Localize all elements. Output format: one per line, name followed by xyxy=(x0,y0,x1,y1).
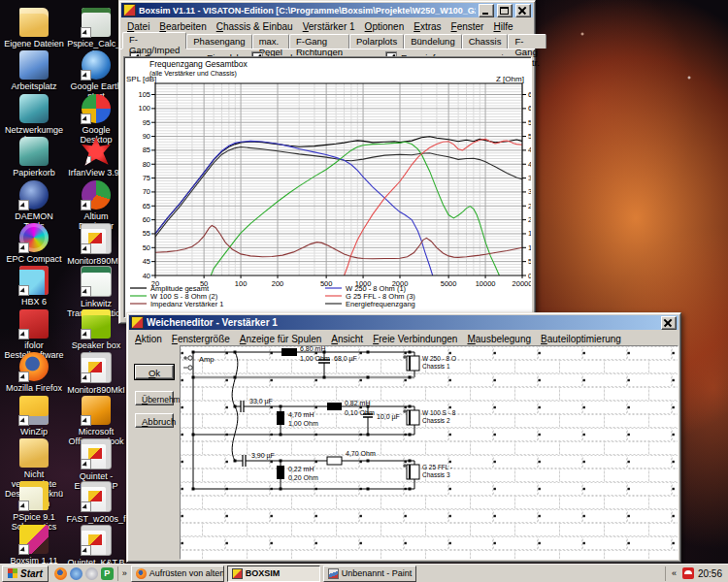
editor-menu-item-anzeige-für-spulen[interactable]: Anzeige für Spulen xyxy=(235,333,327,345)
menu-item-hilfe[interactable]: Hilfe xyxy=(488,20,517,33)
firefox-quicklaunch-icon[interactable] xyxy=(54,567,67,580)
component-value: 68,0 µF xyxy=(334,355,357,363)
desktop-icon-arbeitsplatz[interactable]: Arbeitsplatz xyxy=(4,50,64,91)
editor-menu-item-freie-verbindungen[interactable]: Freie Verbindungen xyxy=(368,333,462,345)
x-tick: 20000 xyxy=(513,279,531,288)
editor-menu-item-bauteiloptimierung[interactable]: Bauteiloptimierung xyxy=(536,333,626,345)
taskbar-button-unbenannt-paint[interactable]: Unbenannt - Paint xyxy=(323,566,416,582)
tab-f-gang-elektr-[interactable]: F-Gang elektr. xyxy=(508,34,546,48)
y-right-tick: 10 xyxy=(528,243,531,252)
resistor-4.70ohm[interactable] xyxy=(327,457,342,465)
desktop-icon-eigene-dateien[interactable]: Eigene Dateien xyxy=(4,8,64,48)
chart-panel: Frequenzgang Gesamtbox (alle Verstärker … xyxy=(123,56,532,318)
menu-item-chassis-einbau[interactable]: Chassis & Einbau xyxy=(212,20,298,33)
y-left-tick: 65 xyxy=(143,202,150,210)
menu-item-datei[interactable]: Datei xyxy=(122,20,154,33)
y-left-tick: 75 xyxy=(143,174,150,182)
desktop-icon-label: WinZip xyxy=(4,427,64,436)
desktop-icon-winzip[interactable]: WinZip xyxy=(4,396,64,436)
editor-menu-item-mausbelegung[interactable]: Mausbelegung xyxy=(462,333,536,345)
desktop-icon-mozilla-firefox[interactable]: Mozilla Firefox xyxy=(4,352,64,393)
weicheneditor-window: Weicheneditor - Verstärker 1 AktionFenst… xyxy=(126,312,681,563)
menu-item-fenster[interactable]: Fenster xyxy=(447,20,489,33)
chart-title: Frequenzgang Gesamtbox xyxy=(149,59,248,69)
boxsim-menubar: DateiBearbeitenChassis & EinbauVerstärke… xyxy=(119,19,535,33)
right-axis-label: Z [Ohm] xyxy=(496,75,524,83)
tab-polarplots[interactable]: Polarplots xyxy=(349,34,404,48)
excel-icon xyxy=(81,266,112,297)
amp-label: Amp xyxy=(199,355,214,364)
shortcut-arrow-icon xyxy=(81,459,91,469)
menu-item-bearbeiten[interactable]: Bearbeiten xyxy=(154,20,211,33)
media-quicklaunch-icon[interactable] xyxy=(85,567,98,580)
y-left-tick: 80 xyxy=(143,160,150,169)
shortcut-arrow-icon xyxy=(18,242,29,253)
schematic-canvas[interactable]: Amp 6,80 mH 1,00 Ohm 68,0 µF W xyxy=(180,345,678,560)
pspice-icon xyxy=(19,481,49,510)
editor-close-button[interactable] xyxy=(661,316,677,330)
editor-menu-item-ansicht[interactable]: Ansicht xyxy=(326,333,368,345)
close-button[interactable] xyxy=(515,4,531,17)
plot-frame xyxy=(155,83,522,275)
inductor-6.80mH[interactable] xyxy=(281,348,297,356)
taskbar-button-aufrüsten-von-alten-laut-[interactable]: Aufrüsten von alten Laut... xyxy=(131,566,224,582)
tab-chassis[interactable]: Chassis xyxy=(462,34,509,48)
desktop-icon-epc-compact[interactable]: EPC Compact xyxy=(4,223,64,264)
ok-button[interactable]: Ok xyxy=(135,365,174,379)
editor-titlebar[interactable]: Weicheneditor - Verstärker 1 xyxy=(129,315,678,330)
editor-menu-item-aktion[interactable]: Aktion xyxy=(130,333,167,345)
y-right-tick: 35 xyxy=(528,174,531,182)
minimize-button[interactable] xyxy=(479,4,494,17)
tray-chevron-icon[interactable]: « xyxy=(670,568,678,578)
y-right-tick: 20 xyxy=(528,215,531,224)
ifolor-icon xyxy=(19,309,49,339)
taskbar-button-boxsim[interactable]: BOXSIM xyxy=(227,566,320,582)
desktop-icon-papierkorb[interactable]: Papierkorb xyxy=(4,137,64,178)
tab-bündelung[interactable]: Bündelung xyxy=(404,34,461,48)
inductor-0.82mH[interactable] xyxy=(327,403,342,410)
quick-launch-chevron-icon[interactable]: » xyxy=(120,568,129,578)
desktop-icon-label: Arbeitsplatz xyxy=(4,81,64,91)
shortcut-arrow-icon xyxy=(81,200,91,210)
inductor-4.70mH[interactable] xyxy=(277,411,284,425)
cd-icon xyxy=(19,223,49,252)
tab-max-pegel[interactable]: max. Pegel xyxy=(252,34,289,48)
editor-menu-item-fenstergröße[interactable]: Fenstergröße xyxy=(167,333,235,345)
computer-icon xyxy=(19,50,49,80)
component-value: 0,82 mH xyxy=(345,400,370,406)
program-quicklaunch-icon[interactable]: P xyxy=(101,567,114,580)
start-button[interactable]: Start xyxy=(2,566,49,582)
boxsim-titlebar[interactable]: Boxsim V1.11 - VISATON-Edition [C:\Progr… xyxy=(121,3,533,17)
y-right-tick: 30 xyxy=(528,187,531,196)
app-icon xyxy=(82,8,111,37)
tab-f-gang-richtungen[interactable]: F-Gang Richtungen xyxy=(289,34,349,48)
shortcut-arrow-icon xyxy=(81,329,91,340)
irfan-icon xyxy=(82,137,111,166)
menu-item-verstärker-1[interactable]: Verstärker 1 xyxy=(298,20,360,33)
speaker-label: Chassis 2 xyxy=(422,417,450,424)
antivirus-tray-icon[interactable] xyxy=(682,567,694,579)
desktop-icon-label: EPC Compact xyxy=(4,254,64,264)
cancel-button[interactable]: Abbruch xyxy=(135,413,174,428)
series-amplitude-gesamt xyxy=(155,137,522,234)
earth-icon xyxy=(82,50,111,80)
legend-label: Impedanz Verstärker 1 xyxy=(150,300,223,308)
desktop-icon-boxsim-1-11[interactable]: Boxsim 1.11 xyxy=(4,525,64,566)
maximize-button[interactable] xyxy=(497,4,513,17)
messenger-quicklaunch-icon[interactable] xyxy=(70,567,83,580)
tab-f-gang-imped[interactable]: F-Gang/Imped xyxy=(122,32,186,48)
winzip-icon xyxy=(19,396,49,425)
desktop-icon-hbx-6[interactable]: HBX 6 xyxy=(4,266,64,307)
inductor-0.22mH[interactable] xyxy=(277,466,284,479)
taskbar: Start P » Aufrüsten von alten Laut...BOX… xyxy=(0,564,728,582)
editor-button-panel: Ok Übernehmen Abbruch xyxy=(129,345,180,560)
menu-item-extras[interactable]: Extras xyxy=(409,20,446,33)
desktop-icon-label: Eigene Dateien xyxy=(4,39,64,48)
tab-phasengang[interactable]: Phasengang xyxy=(186,34,251,48)
desktop-icon-irfanview-3-99[interactable]: IrfanView 3.99 xyxy=(66,137,126,178)
crossover-schematic: Amp 6,80 mH 1,00 Ohm 68,0 µF W xyxy=(181,346,678,559)
apply-button[interactable]: Übernehmen xyxy=(135,391,174,405)
menu-item-optionen[interactable]: Optionen xyxy=(360,20,410,33)
desktop-icon-label: Papierkorb xyxy=(4,168,64,178)
shortcut-arrow-icon xyxy=(81,372,91,383)
